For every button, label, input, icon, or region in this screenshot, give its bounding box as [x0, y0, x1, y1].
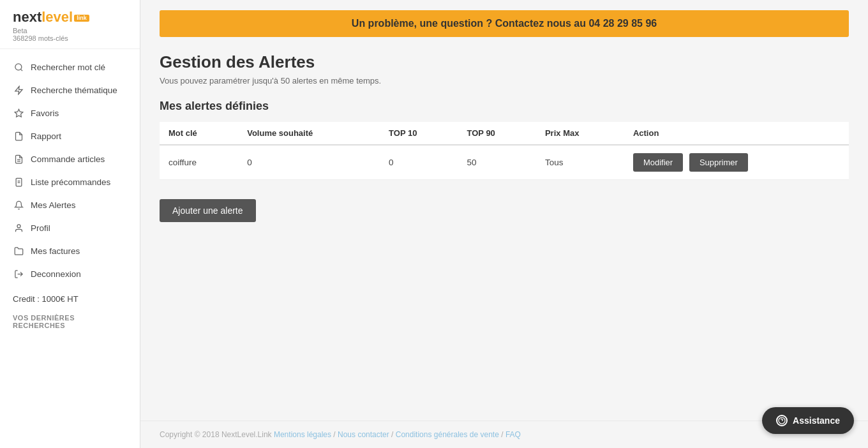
sidebar-item-label: Favoris: [31, 108, 59, 118]
footer-link-faq[interactable]: FAQ: [505, 430, 521, 439]
footer-link-contact[interactable]: Nous contacter: [338, 430, 389, 439]
sidebar-item-label: Deconnexion: [31, 269, 81, 279]
logo-link-box: link: [74, 15, 89, 22]
cell-prix-max: Tous: [536, 145, 624, 180]
sidebar-item-rapport[interactable]: Rapport: [0, 124, 140, 147]
logo-area: nextlevellink Beta 368298 mots-clés: [0, 0, 140, 49]
doc-small-icon: [13, 176, 24, 188]
doc-icon: [13, 153, 24, 165]
page-subtitle: Vous pouvez paramétrer jusqu'à 50 alerte…: [160, 76, 849, 86]
col-header-top90: TOP 90: [458, 122, 536, 145]
sidebar-item-liste-precommandes[interactable]: Liste précommandes: [0, 170, 140, 193]
top-banner: Un problème, une question ? Contactez no…: [160, 10, 849, 37]
cell-top90: 50: [458, 145, 536, 180]
credit-display: Credit : 1000€ HT: [0, 285, 140, 308]
sidebar-item-label: Commande articles: [31, 154, 105, 164]
sidebar-item-label: Profil: [31, 223, 50, 233]
file-icon: [13, 130, 24, 142]
search-icon: [13, 61, 24, 73]
star-icon: [13, 107, 24, 119]
svg-marker-3: [15, 109, 23, 117]
sidebar-item-label: Liste précommandes: [31, 177, 110, 187]
col-header-action: Action: [624, 122, 849, 145]
assistance-label: Assistance: [793, 415, 840, 426]
sidebar-item-recherche-thematique[interactable]: Recherche thématique: [0, 78, 140, 101]
svg-marker-2: [15, 86, 22, 94]
sidebar-item-rechercher-mot-cle[interactable]: Rechercher mot clé: [0, 56, 140, 78]
alerts-table: Mot clé Volume souhaité TOP 10 TOP 90 Pr…: [160, 122, 849, 180]
main-content: Un problème, une question ? Contactez no…: [140, 0, 868, 448]
sidebar-item-label: Mes factures: [31, 246, 80, 256]
beta-label: Beta: [13, 27, 127, 34]
folder-icon: [13, 245, 24, 257]
footer-sep2: /: [391, 430, 396, 439]
sidebar-item-mes-alertes[interactable]: Mes Alertes: [0, 193, 140, 216]
mots-cles-count: 368298 mots-clés: [13, 34, 127, 42]
svg-point-0: [15, 63, 21, 70]
cell-top10: 0: [380, 145, 458, 180]
cell-mot-cle: coiffure: [160, 145, 238, 180]
modifier-button[interactable]: Modifier: [633, 153, 683, 172]
assistance-icon: [776, 415, 788, 426]
sidebar-item-label: Mes Alertes: [31, 200, 76, 210]
content-area: Gestion des Alertes Vous pouvez paramétr…: [140, 37, 868, 421]
person-icon: [13, 222, 24, 234]
sidebar-item-profil[interactable]: Profil: [0, 216, 140, 239]
section-title: Mes alertes définies: [160, 100, 849, 113]
col-header-top10: TOP 10: [380, 122, 458, 145]
sidebar-item-label: Recherche thématique: [31, 86, 117, 95]
sidebar: nextlevellink Beta 368298 mots-clés Rech…: [0, 0, 140, 448]
col-header-prix-max: Prix Max: [536, 122, 624, 145]
logo: nextlevellink: [13, 10, 127, 24]
sidebar-item-favoris[interactable]: Favoris: [0, 101, 140, 124]
sidebar-item-commande-articles[interactable]: Commande articles: [0, 147, 140, 170]
last-searches-label: VOS DERNIÈRES RECHERCHES: [0, 308, 140, 333]
footer-link-cgv[interactable]: Conditions générales de vente: [396, 430, 499, 439]
svg-point-9: [17, 224, 20, 227]
logo-level: level: [41, 9, 73, 25]
sidebar-item-mes-factures[interactable]: Mes factures: [0, 239, 140, 262]
assistance-button[interactable]: Assistance: [762, 407, 854, 434]
footer-copyright: Copyright © 2018 NextLevel.Link: [160, 430, 272, 439]
footer-link-mentions[interactable]: Mentions légales: [274, 430, 331, 439]
bell-icon: [13, 199, 24, 211]
power-icon: [13, 268, 24, 280]
lightning-icon: [13, 84, 24, 96]
logo-next: next: [13, 9, 41, 25]
supprimer-button[interactable]: Supprimer: [689, 153, 748, 172]
col-header-volume: Volume souhaité: [238, 122, 380, 145]
svg-line-1: [20, 69, 22, 71]
page-title: Gestion des Alertes: [160, 52, 849, 72]
sidebar-item-label: Rechercher mot clé: [31, 63, 105, 72]
sidebar-item-label: Rapport: [31, 131, 61, 141]
table-row: coiffure 0 0 50 Tous Modifier Supprimer: [160, 145, 849, 180]
add-alert-button[interactable]: Ajouter une alerte: [160, 199, 256, 222]
cell-volume: 0: [238, 145, 380, 180]
footer-sep3: /: [501, 430, 505, 439]
footer: Copyright © 2018 NextLevel.Link Mentions…: [140, 421, 868, 448]
sidebar-item-deconnexion[interactable]: Deconnexion: [0, 262, 140, 285]
cell-action: Modifier Supprimer: [624, 145, 849, 180]
sidebar-nav: Rechercher mot clé Recherche thématique …: [0, 56, 140, 285]
col-header-mot-cle: Mot clé: [160, 122, 238, 145]
